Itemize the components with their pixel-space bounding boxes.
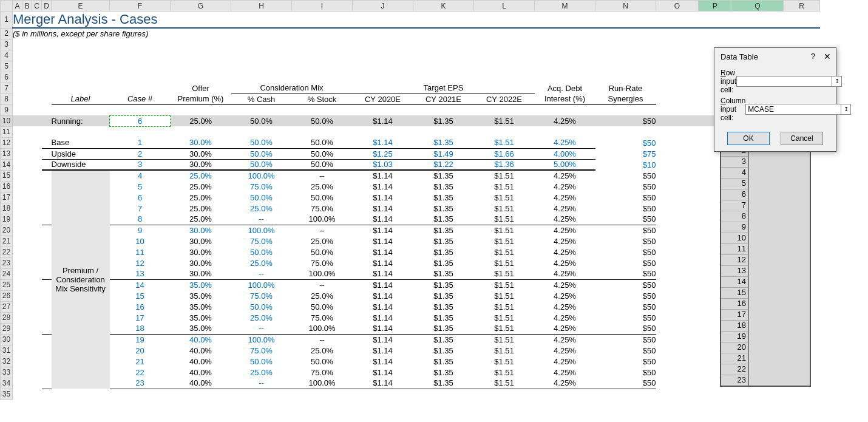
cell-val[interactable]: $1.51	[474, 247, 535, 257]
cell-val[interactable]: 4.25%	[535, 236, 595, 247]
side-row-label[interactable]: 17	[721, 309, 749, 320]
cell-val[interactable]: $1.35	[413, 378, 474, 389]
cell-premium[interactable]: 25.0%	[171, 192, 231, 203]
cell-val[interactable]: $50	[595, 378, 656, 389]
row-header-29[interactable]: 29	[1, 323, 13, 334]
col-header-P[interactable]: P	[699, 1, 732, 12]
cell-val[interactable]: 4.25%	[535, 367, 595, 378]
case-num[interactable]: 7	[110, 203, 171, 214]
cell-cash[interactable]: 50.0%	[231, 247, 292, 257]
cell-val[interactable]: $50	[595, 334, 656, 345]
cell-val[interactable]: $1.14	[353, 225, 413, 236]
cell-val[interactable]: $1.36	[474, 159, 535, 170]
cell-val[interactable]: 4.25%	[535, 378, 595, 389]
cell-cash[interactable]: 50.0%	[231, 356, 292, 367]
ref-picker-icon[interactable]: ↥	[832, 77, 841, 86]
cell-cash[interactable]: 75.0%	[231, 290, 292, 301]
cell-val[interactable]: $1.51	[474, 279, 535, 290]
cell-stock[interactable]: 50.0%	[292, 137, 353, 148]
col-header-R[interactable]: R	[784, 1, 820, 12]
row-header-20[interactable]: 20	[1, 225, 13, 236]
row-header-35[interactable]: 35	[1, 389, 13, 400]
cell-val[interactable]: $50	[595, 268, 656, 279]
cell-val[interactable]: 4.25%	[535, 334, 595, 345]
side-row-label[interactable]: 6	[721, 189, 749, 200]
col-header-F[interactable]: F	[110, 1, 171, 12]
cell-cash[interactable]: 50.0%	[231, 192, 292, 203]
side-row-label[interactable]: 8	[721, 211, 749, 222]
case-num[interactable]: 21	[110, 356, 171, 367]
cell-val[interactable]: $1.51	[474, 323, 535, 334]
cell-cash[interactable]: 100.0%	[231, 279, 292, 290]
cell-val[interactable]: $1.25	[353, 148, 413, 159]
cell-stock[interactable]: 50.0%	[292, 159, 353, 170]
cell-val[interactable]: $1.51	[474, 225, 535, 236]
row-header-3[interactable]: 3	[1, 39, 13, 50]
case-num[interactable]: 8	[110, 214, 171, 225]
cell-cash[interactable]: 25.0%	[231, 367, 292, 378]
cell-stock[interactable]: --	[292, 334, 353, 345]
side-row-label[interactable]: 9	[721, 222, 749, 233]
cell-val[interactable]: 4.25%	[535, 181, 595, 192]
cell-val[interactable]: $50	[595, 214, 656, 225]
side-row-label[interactable]: 14	[721, 276, 749, 287]
cell-val[interactable]: $50	[595, 203, 656, 214]
running-case-input[interactable]: 6	[110, 115, 171, 126]
cell-val[interactable]: $1.35	[413, 257, 474, 268]
cell-cash[interactable]: 25.0%	[231, 257, 292, 268]
col-header-D[interactable]: D	[42, 1, 52, 12]
cell-stock[interactable]: 50.0%	[292, 247, 353, 257]
cell-val[interactable]: $1.35	[413, 345, 474, 356]
row-header-23[interactable]: 23	[1, 257, 13, 268]
case-num[interactable]: 18	[110, 323, 171, 334]
cell-premium[interactable]: 40.0%	[171, 367, 231, 378]
row-header-14[interactable]: 14	[1, 159, 13, 170]
cell-cash[interactable]: --	[231, 378, 292, 389]
case-num[interactable]: 22	[110, 367, 171, 378]
case-num[interactable]: 13	[110, 268, 171, 279]
side-row-label[interactable]: 10	[721, 233, 749, 243]
case-num[interactable]: 14	[110, 279, 171, 290]
row-header-18[interactable]: 18	[1, 203, 13, 214]
cell-val[interactable]: $1.03	[353, 159, 413, 170]
cell-premium[interactable]: 30.0%	[171, 148, 231, 159]
cell-val[interactable]: $50	[595, 345, 656, 356]
cell-val[interactable]: $50	[595, 323, 656, 334]
cell-val[interactable]: $50	[595, 192, 656, 203]
cell-premium[interactable]: 25.0%	[171, 203, 231, 214]
case-num[interactable]: 15	[110, 290, 171, 301]
col-header-E[interactable]: E	[52, 1, 110, 12]
cell-cash[interactable]: --	[231, 214, 292, 225]
case-num[interactable]: 2	[110, 148, 171, 159]
cell-stock[interactable]: 50.0%	[292, 301, 353, 312]
cell-premium[interactable]: 30.0%	[171, 257, 231, 268]
cell-val[interactable]: $1.35	[413, 137, 474, 148]
cell-val[interactable]: $1.14	[353, 312, 413, 323]
row-header-21[interactable]: 21	[1, 236, 13, 247]
cell-val[interactable]: $1.35	[413, 268, 474, 279]
cell-val[interactable]: $1.51	[474, 203, 535, 214]
side-row-label[interactable]: 21	[721, 353, 749, 364]
row-header-31[interactable]: 31	[1, 345, 13, 356]
col-header-B[interactable]: B	[22, 1, 32, 12]
cell-val[interactable]: 4.25%	[535, 268, 595, 279]
side-row-label[interactable]: 11	[721, 243, 749, 254]
side-data-table[interactable]: 1234567891011121314151617181920212223	[720, 133, 811, 387]
cell-cash[interactable]: 75.0%	[231, 345, 292, 356]
cell-val[interactable]: $1.51	[474, 268, 535, 279]
side-row-label[interactable]: 15	[721, 287, 749, 298]
cell-val[interactable]: $1.14	[353, 203, 413, 214]
cell-val[interactable]: 4.25%	[535, 225, 595, 236]
case-num[interactable]: 11	[110, 247, 171, 257]
cell-val[interactable]: 4.00%	[535, 148, 595, 159]
case-num[interactable]: 20	[110, 345, 171, 356]
row-header-13[interactable]: 13	[1, 148, 13, 159]
row-input-cell[interactable]	[737, 77, 832, 86]
cell-premium[interactable]: 40.0%	[171, 334, 231, 345]
cell-stock[interactable]: 75.0%	[292, 203, 353, 214]
cell-val[interactable]: $50	[595, 312, 656, 323]
col-header-A[interactable]: A	[13, 1, 22, 12]
cell-premium[interactable]: 35.0%	[171, 323, 231, 334]
case-num[interactable]: 4	[110, 170, 171, 181]
cell-stock[interactable]: --	[292, 279, 353, 290]
